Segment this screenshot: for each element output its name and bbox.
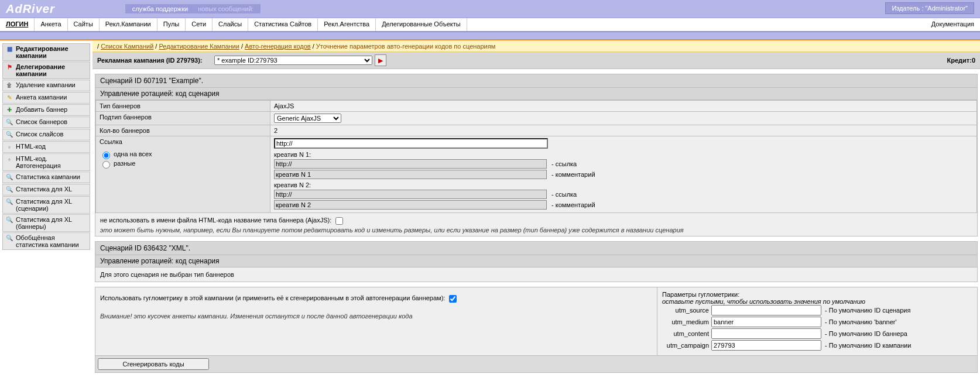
banner-count-label: Кол-во баннеров (96, 125, 270, 136)
menu-item-docs[interactable]: Документация (926, 18, 980, 31)
top-bar: AdRiver служба поддержки новых сообщений… (0, 0, 980, 18)
content: / Список Кампаний / Редактирование Кампа… (92, 40, 980, 373)
gm-right: Параметры гуглометрики: оставьте пустыми… (657, 287, 977, 355)
menu-item[interactable]: Статистика Сайтов (248, 18, 318, 31)
scenario-2-block: Сценарий ID 636432 "XML". Управление рот… (95, 241, 978, 282)
menu-item[interactable]: Слайсы (213, 18, 248, 31)
link-one-radio-label[interactable]: одна на всех (100, 150, 152, 157)
gm-row-hint: - По умолчанию 'banner' (825, 318, 897, 325)
campaign-title: Рекламная кампания (ID 279793): (97, 57, 214, 64)
gm-row-hint: - По умолчанию ID баннера (825, 330, 907, 337)
sidebar-icon: ⬨ (5, 155, 13, 163)
sidebar-icon: 🔍 (5, 118, 13, 126)
creative-1-comment-note: - комментарий (551, 171, 595, 178)
crumb-campaign-list[interactable]: Список Кампаний (101, 43, 153, 50)
sidebar-icon: 🔍 (5, 216, 13, 224)
gm-row-input[interactable] (711, 328, 821, 339)
creative-2-comment-input[interactable] (274, 200, 547, 210)
support-label[interactable]: служба поддержки (132, 5, 188, 12)
menu-item[interactable]: Рекл.Агентства (318, 18, 376, 31)
menu-item[interactable]: Сети (186, 18, 213, 31)
link-one-radio[interactable] (102, 152, 110, 159)
sidebar-label: Статистика для XL (баннеры) (16, 216, 87, 230)
crumb-campaign-edit[interactable]: Редактирование Кампании (159, 43, 239, 50)
sidebar-item[interactable]: 🔍Статистика для XL (2, 184, 90, 196)
sidebar-item[interactable]: 🔍Список слайсов (2, 129, 90, 140)
gm-row-input[interactable] (711, 317, 821, 327)
sidebar-icon: ▦ (5, 45, 13, 53)
gm-row-label: utm_source (662, 307, 709, 314)
gm-row-label: utm_content (662, 330, 709, 337)
menu-item[interactable]: Пулы (157, 18, 186, 31)
menu-item[interactable]: Делегированные Объекты (376, 18, 467, 31)
gm-row-label: utm_campaign (662, 342, 709, 349)
sidebar-item[interactable]: ✚Добавить баннер (2, 104, 90, 116)
creative-1-url-input[interactable] (274, 159, 547, 169)
sidebar-item[interactable]: ⚑Делегирование кампании (2, 61, 90, 79)
omit-type-note: это может быть нужным, например, если Вы… (100, 227, 684, 234)
sidebar-item[interactable]: 🔍Статистика для XL (сценарии) (2, 196, 90, 214)
menu-item[interactable]: Рекл.Кампании (100, 18, 157, 31)
link-diff-radio[interactable] (102, 161, 110, 169)
omit-type-checkbox[interactable] (335, 217, 343, 225)
gm-warning: Внимание! это кусочек анкеты кампании. И… (100, 313, 413, 320)
sidebar-item[interactable]: 🔍Список баннеров (2, 116, 90, 128)
gm-row-hint: - По умолчанию ID сценария (825, 307, 910, 314)
link-inputs-cell: креатив N 1: - ссылка - комментарий креа… (270, 136, 977, 213)
banner-subtype-label: Подтип баннеров (96, 112, 270, 125)
sidebar-icon: ⚑ (5, 63, 13, 71)
gm-row-input[interactable] (711, 340, 821, 351)
generate-button[interactable]: Сгенерировать коды (98, 358, 209, 370)
sidebar-icon: 🔍 (5, 173, 13, 181)
campaign-select[interactable]: * example ID:279793 (214, 56, 372, 65)
sidebar-item[interactable]: ⬨HTML-код. Автогенерация (2, 153, 90, 171)
link-diff-radio-label[interactable]: разные (100, 160, 135, 167)
sidebar-icon: ✚ (5, 106, 13, 114)
sidebar-icon: ✎ (5, 94, 13, 102)
scenario-2-warning: Для этого сценария не выбран тип баннеро… (95, 267, 977, 282)
link-label: Ссылка (100, 138, 266, 145)
banner-type-label: Тип баннеров (96, 101, 270, 112)
sidebar-item[interactable]: 🔍Статистика для XL (баннеры) (2, 214, 90, 232)
scenario-2-title: Сценарий ID 636432 "XML". (95, 242, 977, 255)
banner-subtype-select[interactable]: Generic AjaxJS (274, 114, 341, 123)
gm-left: Использовать гуглометрику в этой кампани… (95, 287, 657, 355)
creative-1-label: креатив N 1: (274, 151, 973, 158)
main-url-input[interactable] (274, 138, 548, 149)
creative-1-comment-input[interactable] (274, 170, 547, 179)
creative-2-url-input[interactable] (274, 190, 547, 199)
creative-2-url-note: - ссылка (551, 191, 577, 198)
sidebar-label: Делегирование кампании (16, 63, 87, 77)
scenario-1-block: Сценарий ID 607191 "Example". Управление… (95, 74, 978, 236)
sidebar-item[interactable]: 🔍Статистика кампании (2, 172, 90, 183)
menu-item[interactable]: Сайты (68, 18, 100, 31)
crumb-current: Уточнение параметров авто-генерации кодо… (316, 43, 495, 50)
sidebar-item[interactable]: ✎Анкета кампании (2, 92, 90, 104)
gm-row-label: utm_medium (662, 318, 709, 325)
credit-label: Кредит:0 (947, 57, 975, 64)
menu-item[interactable]: Анкета (35, 18, 67, 31)
menu-item[interactable]: ЛОГИН (0, 18, 35, 31)
sidebar-item[interactable]: 🔍Обобщённая статистика кампании (2, 232, 90, 250)
breadcrumb: / Список Кампаний / Редактирование Кампа… (92, 40, 980, 52)
sidebar-label: Редактирование кампании (16, 45, 87, 59)
gm-params-sub: оставьте пустыми, чтобы использовать зна… (662, 298, 865, 305)
sidebar-item[interactable]: 🗑Удаление кампании (2, 80, 90, 91)
sidebar-label: Статистика для XL (16, 186, 72, 193)
omit-type-label: не использовать в имени файла HTML-кода … (100, 217, 331, 224)
gm-row: utm_medium- По умолчанию 'banner' (662, 317, 972, 327)
crumb-autogen[interactable]: Авто-генерация кодов (245, 43, 311, 50)
sidebar-item[interactable]: ▦Редактирование кампании (2, 43, 90, 61)
sidebar-icon: 🗑 (5, 81, 13, 90)
sidebar-label: HTML-код. Автогенерация (16, 155, 87, 169)
publisher-box[interactable]: Издатель : "Administrator" (885, 2, 974, 14)
separator-bar (0, 32, 980, 40)
sidebar-item[interactable]: ⬨HTML-код (2, 141, 90, 153)
sidebar-label: Список баннеров (16, 118, 67, 125)
gm-row-input[interactable] (711, 305, 821, 315)
sidebar-label: Обобщённая статистика кампании (16, 234, 87, 248)
sidebar-icon: 🔍 (5, 186, 13, 194)
scenario-1-subtitle: Управление ротацией: код сценария (95, 88, 977, 100)
go-button[interactable]: ▶ (375, 54, 386, 66)
gm-use-checkbox[interactable] (449, 295, 457, 303)
